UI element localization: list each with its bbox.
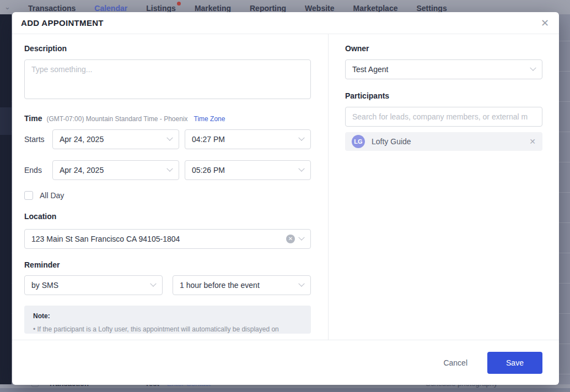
chevron-down-icon [166, 166, 173, 172]
screen: ⌄ Transactions Calendar Listings Marketi… [0, 0, 570, 392]
reminder-label: Reminder [24, 260, 328, 269]
chevron-down-icon [298, 281, 304, 287]
time-label: Time [24, 114, 42, 123]
timezone-link[interactable]: Time Zone [194, 115, 225, 123]
ends-label: Ends [24, 166, 52, 175]
close-icon[interactable]: ✕ [541, 18, 549, 28]
background-lower-band [0, 388, 570, 392]
description-label: Description [24, 44, 328, 53]
start-time-select[interactable]: 04:27 PM [185, 129, 311, 149]
owner-label: Owner [345, 44, 542, 53]
remove-participant-icon[interactable]: ✕ [529, 137, 536, 146]
start-date-select[interactable]: Apr 24, 2025 [52, 129, 179, 149]
participant-chip: LG Lofty Guide ✕ [345, 132, 542, 151]
reminder-timing-select[interactable]: 1 hour before the event [173, 275, 311, 295]
dialog-title: ADD APPOINTMENT [21, 18, 104, 28]
ends-row: Ends Apr 24, 2025 05:26 PM [24, 160, 311, 180]
location-select[interactable]: 123 Main St San Francisco CA 94105-1804 … [24, 229, 311, 249]
time-row: Time (GMT-07:00) Mountain Standard Time … [24, 114, 311, 123]
end-time-select[interactable]: 05:26 PM [185, 160, 311, 180]
all-day-label: All Day [40, 191, 64, 200]
note-bullet: • If the participant is a Lofty user, th… [33, 325, 302, 333]
right-column: Owner Test Agent Participants LG Lofty G… [328, 34, 559, 340]
background-table-row: Transaction Test Enter Contact Schedule … [0, 384, 570, 388]
owner-select[interactable]: Test Agent [345, 59, 542, 79]
chevron-down-icon [166, 135, 173, 141]
chevron-down-icon [298, 166, 304, 172]
save-button[interactable]: Save [487, 352, 542, 374]
dialog-footer: Cancel Save [12, 340, 559, 385]
cancel-button[interactable]: Cancel [443, 358, 467, 367]
all-day-row: All Day [24, 191, 328, 200]
chevron-down-icon [298, 235, 304, 241]
note-box: Note: • If the participant is a Lofty us… [24, 306, 311, 334]
end-date-select[interactable]: Apr 24, 2025 [52, 160, 179, 180]
note-title: Note: [33, 312, 302, 320]
all-day-checkbox[interactable] [24, 191, 33, 200]
reminder-method-select[interactable]: by SMS [24, 275, 163, 295]
sidebar-highlight [0, 107, 12, 135]
avatar: LG [352, 135, 365, 148]
participants-label: Participants [345, 91, 542, 100]
left-column: Description Time (GMT-07:00) Mountain St… [12, 34, 328, 340]
participants-search-input[interactable] [345, 107, 542, 127]
location-label: Location [24, 212, 328, 221]
timezone-text: (GMT-07:00) Mountain Standard Time - Pho… [46, 115, 187, 123]
notification-dot [177, 2, 181, 6]
chevron-down-icon[interactable]: ⌄ [4, 3, 10, 11]
chevron-down-icon [150, 281, 156, 287]
reminder-row: by SMS 1 hour before the event [24, 275, 311, 295]
chevron-down-icon [530, 65, 536, 71]
clear-icon[interactable]: ✕ [286, 235, 295, 243]
add-appointment-dialog: ADD APPOINTMENT ✕ Description Time (GMT-… [12, 12, 559, 385]
starts-label: Starts [24, 135, 52, 144]
left-sidebar-strip [0, 14, 12, 392]
chevron-down-icon [298, 135, 304, 141]
starts-row: Starts Apr 24, 2025 04:27 PM [24, 129, 311, 149]
dialog-header: ADD APPOINTMENT ✕ [12, 12, 559, 34]
description-input[interactable] [24, 59, 311, 99]
participant-name: Lofty Guide [372, 137, 529, 146]
dialog-body: Description Time (GMT-07:00) Mountain St… [12, 34, 559, 340]
